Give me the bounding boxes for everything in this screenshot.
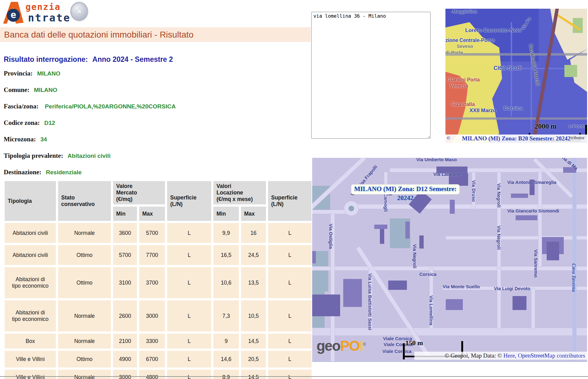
- map-building: [312, 251, 316, 263]
- field-label: Fascia/zona:: [4, 103, 39, 110]
- table-cell: 10,6: [213, 267, 239, 298]
- table-cell: L: [268, 300, 312, 331]
- map-road: [497, 268, 501, 329]
- registered-icon: ®: [363, 342, 366, 347]
- field-destinazione: Destinazione: Residenziale: [4, 168, 308, 178]
- table-cell: L: [167, 267, 211, 298]
- table-cell: 4800: [139, 370, 165, 379]
- table-cell: L: [167, 351, 211, 368]
- field-label: Destinazione:: [4, 168, 41, 176]
- table-cell: 7,3: [213, 300, 239, 331]
- col-header-min: Min: [113, 207, 137, 221]
- map-building: [446, 299, 463, 310]
- street-label: Via Lomellina: [429, 295, 434, 325]
- table-cell: Abitazioni di tipo economico: [5, 300, 56, 331]
- italy-emblem-icon: ★: [70, 2, 88, 21]
- table-cell: Normale: [58, 300, 111, 331]
- street-label: Via Negroli: [496, 226, 502, 250]
- logo-word-agenzia: genzia: [25, 2, 61, 12]
- address-input[interactable]: via lomellina 36 - Milano: [311, 12, 431, 139]
- here-link[interactable]: Here,: [504, 352, 517, 359]
- table-row: Ville e VilliniNormale30004800L8,914,5L: [5, 370, 312, 379]
- map-label: XXII Marzo: [470, 107, 496, 114]
- table-cell: 2100: [113, 334, 137, 349]
- table-cell: 7700: [139, 245, 165, 265]
- table-cell: 16,5: [213, 245, 239, 265]
- logo-e-shape: e: [7, 9, 20, 22]
- table-cell: 6700: [139, 351, 165, 368]
- table-cell: Normale: [58, 334, 111, 349]
- street-label: Via Luigi Devoto: [494, 286, 530, 291]
- table-cell: 14,5: [241, 334, 266, 349]
- table-cell: Ottimo: [58, 267, 111, 298]
- col-header-valore-mercato: Valore Mercato (€/mq): [113, 181, 165, 204]
- map-building: [419, 235, 424, 249]
- page-title: Banca dati delle quotazioni immobiliari …: [0, 27, 311, 42]
- geopoi-logo: geoPOI®: [317, 337, 366, 354]
- detail-zone-map[interactable]: Via Umberto Maso na di Ma Via Labeone Vi…: [312, 158, 587, 362]
- map-caption: © MILANO (MI) Zona: B20 Semestre: 20242 …: [445, 135, 587, 143]
- table-cell: Abitazioni di tipo economico: [5, 267, 56, 298]
- table-cell: Ottimo: [58, 245, 111, 265]
- field-fascia-zona: Fascia/zona: Periferica/PIOLA,%20ARGONNE…: [4, 103, 308, 112]
- col-header-max: Max: [241, 207, 266, 221]
- agenzia-entrate-logo-icon: e: [3, 2, 24, 24]
- map-building: [516, 215, 537, 220]
- table-cell: 16: [241, 223, 266, 243]
- geopoi-logo-i: I: [359, 338, 363, 354]
- col-header-max: Max: [139, 207, 165, 221]
- table-cell: L: [268, 245, 312, 265]
- map-caption-text: MILANO (MI) Zona: B20 Semestre: 20242: [462, 135, 571, 142]
- map-attribution: © Geopoi, Map Data: © Here, OpenStreetMa…: [414, 352, 587, 360]
- map-label: Giardini Porta: [447, 77, 480, 83]
- table-cell: Box: [5, 334, 56, 349]
- quotations-table-body: Abitazioni civiliNormale36005700L9,916LA…: [5, 223, 312, 379]
- table-cell: 3100: [113, 267, 137, 298]
- table-row: Ville e VilliniOttimo49006700L14,620,5L: [5, 351, 312, 368]
- table-cell: 3600: [113, 223, 137, 243]
- result-heading-value: Anno 2024 - Semestre 2: [92, 55, 173, 63]
- table-cell: 3000: [113, 370, 137, 379]
- map-road: [390, 168, 587, 172]
- field-label: Comune:: [4, 86, 30, 94]
- col-header-tipologia: Tipologia: [5, 181, 56, 221]
- map-building: [405, 221, 410, 239]
- map-label: Cavalcavia Parchi: [528, 43, 540, 86]
- street-label: Via Druso: [471, 180, 476, 202]
- osm-link[interactable]: OpenStreetMap contributors: [518, 352, 585, 359]
- map-building: [388, 281, 407, 290]
- street-label: Via Negroli: [412, 244, 417, 268]
- table-cell: 24,5: [241, 245, 266, 265]
- table-cell: Abitazioni civili: [5, 245, 56, 265]
- map-building: [450, 200, 455, 214]
- table-cell: L: [167, 370, 211, 379]
- table-cell: L: [167, 300, 211, 331]
- map-label: Venezia: [450, 83, 468, 89]
- table-cell: Normale: [58, 223, 111, 243]
- overview-zone-map[interactable]: -Maggiolina Via Pa Loreto-Casoretto-Nolo…: [445, 9, 587, 143]
- table-cell: 5700: [113, 245, 137, 265]
- field-codice-zona: Codice zona: D12: [4, 119, 308, 129]
- map-label: Loreto-Casoretto-Nolo: [465, 27, 522, 34]
- street-label: Via Ostiglia: [328, 224, 334, 249]
- field-label: Microzona:: [4, 135, 36, 143]
- table-cell: L: [167, 334, 211, 349]
- table-row: Abitazioni civiliNormale36005700L9,916L: [5, 223, 312, 243]
- field-comune: Comune: MILANO: [4, 86, 308, 96]
- table-cell: 4900: [113, 351, 137, 368]
- field-value: 34: [40, 136, 47, 143]
- street-label: Via Negroli: [496, 183, 502, 208]
- table-cell: 3300: [139, 334, 165, 349]
- field-microzona: Microzona: 34: [4, 135, 308, 145]
- table-cell: 20,5: [241, 351, 266, 368]
- table-cell: L: [268, 370, 312, 379]
- page-bottom-divider: [0, 376, 588, 377]
- map-road: [312, 210, 346, 214]
- zone-pill-label: MILANO (MI) Zona: D12 Semestre: 20242: [351, 184, 460, 194]
- result-heading-label: Risultato interrogazione:: [4, 55, 88, 63]
- table-cell: Ville e Villini: [5, 370, 56, 379]
- field-label: Codice zona:: [4, 119, 40, 126]
- map-canal: [572, 158, 577, 361]
- page: e genzia ntrate ★ Banca dati delle quota…: [0, 0, 588, 379]
- table-cell: 8,9: [213, 370, 239, 379]
